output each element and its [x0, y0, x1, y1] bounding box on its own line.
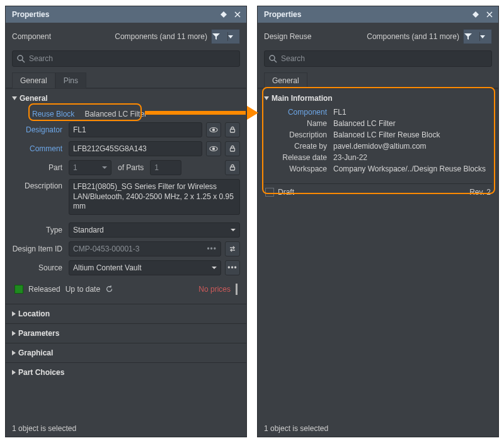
uptodate-label: Up to date: [66, 285, 100, 294]
scope-row: Component Components (and 11 more): [6, 23, 246, 47]
svg-marker-13: [102, 166, 107, 169]
scope-row: Design Reuse Components (and 11 more): [258, 23, 498, 47]
tab-general[interactable]: General: [12, 72, 55, 88]
eye-icon[interactable]: [206, 122, 221, 137]
workspace-label: Workspace: [264, 164, 333, 173]
main-info-content: ComponentFL1 NameBalanced LC Filter Desc…: [258, 105, 498, 178]
part-select[interactable]: 1: [69, 160, 112, 175]
funnel-icon[interactable]: [464, 32, 480, 41]
chevron-right-icon: [12, 370, 16, 375]
lock-icon[interactable]: [225, 141, 240, 156]
tab-pins[interactable]: Pins: [55, 72, 86, 88]
draft-checkbox[interactable]: [265, 188, 274, 197]
funnel-icon[interactable]: [212, 32, 228, 41]
titlebar[interactable]: Properties: [6, 6, 246, 23]
lock-icon[interactable]: [225, 122, 240, 137]
filter-button[interactable]: [211, 29, 240, 44]
svg-marker-17: [472, 11, 479, 18]
svg-line-23: [274, 60, 277, 62]
chevron-down-icon: [102, 165, 107, 170]
component-value: FL1: [333, 108, 492, 117]
filter-caret-icon[interactable]: [480, 34, 491, 39]
type-select[interactable]: Standard: [69, 222, 240, 238]
comment-input[interactable]: LFB212G45SG8A143: [69, 141, 202, 156]
svg-line-6: [22, 60, 25, 62]
search-icon: [16, 54, 25, 63]
close-icon[interactable]: [484, 9, 495, 20]
panel-title: Properties: [264, 10, 301, 19]
search-box[interactable]: [12, 50, 240, 67]
properties-panel-left: Properties Component Components (and 11 …: [5, 6, 247, 437]
name-label: Name: [264, 119, 333, 128]
search-box[interactable]: [264, 50, 492, 67]
draft-row: Draft Rev. 2: [264, 183, 492, 199]
reuse-block-value: Balanced LC Filter: [81, 110, 147, 118]
section-parameters-header[interactable]: Parameters: [6, 323, 246, 343]
svg-marker-20: [464, 33, 472, 40]
pin-icon[interactable]: [219, 9, 229, 20]
revision-label: Rev. 2: [469, 188, 491, 197]
filter-button[interactable]: [463, 29, 492, 44]
chevron-down-icon: [264, 96, 269, 100]
section-location-header[interactable]: Location: [6, 304, 246, 323]
description-label: Description: [12, 179, 65, 190]
section-graphical-header[interactable]: Graphical: [6, 343, 246, 362]
reuse-block-link[interactable]: Reuse Block: [32, 110, 77, 118]
chevron-down-icon: [212, 265, 217, 270]
svg-rect-14: [231, 167, 235, 170]
svg-rect-12: [231, 148, 235, 151]
search-input[interactable]: [281, 54, 488, 63]
svg-rect-9: [231, 129, 235, 132]
designator-label[interactable]: Designator: [12, 125, 65, 134]
release-date-label: Release date: [264, 153, 333, 162]
search-icon: [268, 54, 277, 63]
component-link[interactable]: Component: [264, 108, 333, 117]
part-label: Part: [12, 163, 65, 172]
chevron-right-icon: [12, 350, 16, 355]
create-by-label: Create by: [264, 142, 333, 151]
scope-label: Component: [12, 32, 51, 41]
name-value: Balanced LC Filter: [333, 119, 492, 128]
chevron-down-icon: [231, 227, 236, 233]
ellipsis-icon[interactable]: •••: [207, 245, 217, 253]
source-select[interactable]: Altium Content Vault: [69, 260, 221, 275]
no-prices-label: No prices: [198, 285, 231, 294]
filter-caret-icon[interactable]: [228, 34, 239, 39]
workspace-value: Company Workspace/../Design Reuse Blocks: [333, 164, 492, 173]
titlebar[interactable]: Properties: [258, 6, 498, 23]
close-icon[interactable]: [232, 9, 243, 20]
design-item-id-input[interactable]: CMP-0453-00001-3 •••: [69, 241, 221, 256]
tabs: General: [258, 72, 498, 89]
more-button[interactable]: •••: [225, 260, 240, 275]
designator-input[interactable]: FL1: [69, 122, 202, 137]
search-input[interactable]: [29, 54, 236, 63]
section-part-choices-header[interactable]: Part Choices: [6, 362, 246, 382]
eye-icon[interactable]: [206, 141, 221, 156]
status-row: Released Up to date No prices: [12, 281, 240, 297]
svg-point-11: [212, 147, 214, 149]
scope-label: Design Reuse: [264, 32, 311, 41]
design-item-id-label: Design Item ID: [12, 245, 65, 253]
tabs: General Pins: [6, 72, 246, 89]
type-label: Type: [12, 226, 65, 234]
description-input[interactable]: LFB21(0805)_SG Series Filter for Wireles…: [69, 179, 240, 215]
swap-icon[interactable]: [225, 241, 240, 256]
footer-status: 1 object is selected: [258, 420, 498, 437]
pin-icon[interactable]: [471, 9, 481, 20]
comment-label[interactable]: Comment: [12, 144, 65, 153]
svg-point-8: [212, 129, 214, 130]
description-label: Description: [264, 130, 333, 139]
svg-marker-15: [231, 229, 236, 231]
lock-icon[interactable]: [225, 160, 240, 175]
refresh-icon[interactable]: [105, 285, 113, 293]
svg-marker-3: [212, 33, 220, 40]
draft-label: Draft: [278, 188, 294, 197]
svg-marker-21: [480, 35, 485, 38]
tab-general[interactable]: General: [264, 72, 307, 88]
price-bar-icon: [236, 284, 238, 295]
create-by-value: pavel.demidov@altium.com: [333, 142, 492, 151]
section-main-info-header[interactable]: Main Information: [258, 89, 498, 105]
section-general-header[interactable]: General: [6, 89, 246, 105]
scope-summary: Components (and 11 more): [115, 32, 207, 41]
svg-point-22: [270, 55, 275, 60]
